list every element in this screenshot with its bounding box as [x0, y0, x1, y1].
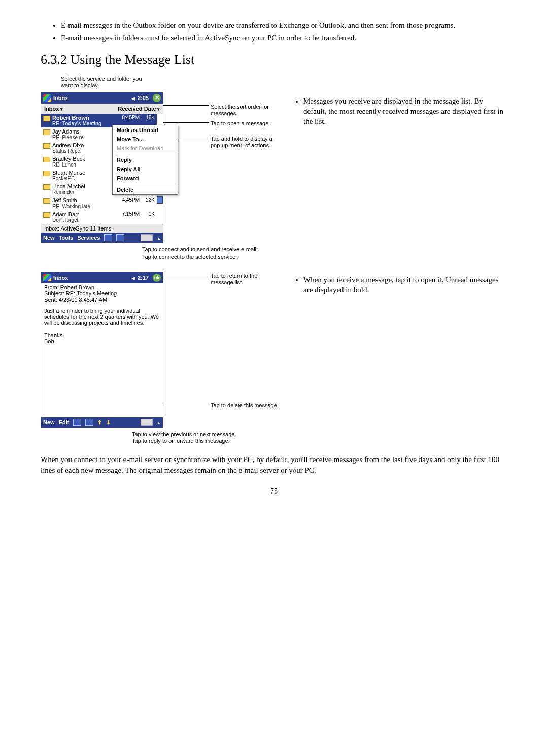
sip-up-icon[interactable]: [157, 419, 161, 425]
intro-bullets: E-mail messages in the Outbox folder on …: [61, 20, 507, 43]
titlebar: Inbox 2:05 ✕: [41, 92, 163, 104]
callout-prev-next: Tap to view the previous or next message…: [132, 431, 274, 438]
figure-1-description: Messages you receive are displayed in th…: [294, 96, 507, 127]
close-icon[interactable]: ✕: [153, 94, 161, 102]
volume-icon[interactable]: [131, 95, 135, 101]
app-title: Inbox: [53, 95, 129, 101]
figure-2-description: When you receive a message, tap it to op…: [294, 275, 507, 295]
callout-connect-service: Tap to connect to the selected service.: [142, 254, 274, 260]
envelope-icon: [43, 157, 50, 162]
folder-dropdown[interactable]: Inbox: [44, 106, 63, 112]
clock: 2:05: [138, 95, 149, 101]
figure-1-row: Select the service and folder you want t…: [41, 76, 507, 262]
keyboard-icon[interactable]: [141, 234, 153, 241]
keyboard-icon[interactable]: [141, 419, 153, 426]
cmd-edit[interactable]: Edit: [59, 419, 70, 425]
callout-connect-send: Tap to connect and to send and receive e…: [142, 246, 274, 253]
size: 16K: [142, 115, 155, 120]
device-inbox-list: Inbox 2:05 ✕ Inbox Received Date Robert …: [41, 92, 163, 243]
envelope-icon: [43, 116, 50, 121]
envelope-icon: [43, 171, 50, 176]
context-menu: Mark as Unread Move To... Mark for Downl…: [112, 125, 178, 195]
page-number: 75: [41, 487, 507, 496]
reply-icon[interactable]: [73, 419, 81, 426]
callout-delete-message: Tap to delete this message.: [211, 402, 287, 409]
scroll-down-icon[interactable]: [157, 196, 163, 204]
message-header: From: Robert Brown Subject: RE: Today's …: [41, 283, 163, 305]
command-bar: New Edit ⬆ ⬇: [41, 417, 163, 428]
intro-bullet-1: E-mail messages in the Outbox folder on …: [61, 20, 507, 30]
device-message-detail: Inbox 2:17 ok From: Robert Brown Subject…: [41, 272, 163, 428]
received-time: 8:45PM: [116, 115, 140, 120]
sip-up-icon[interactable]: [157, 235, 161, 241]
list-header: Inbox Received Date: [41, 104, 163, 114]
envelope-icon: [43, 198, 50, 204]
callout-return-list: Tap to return to the message list.: [211, 273, 277, 286]
figure-1-left: Select the service and folder you want t…: [41, 76, 274, 262]
delete-icon[interactable]: [85, 419, 93, 426]
body-p1: Just a reminder to bring your individual…: [44, 308, 160, 326]
callouts-below-1: Tap to connect and to send and receive e…: [142, 246, 274, 260]
menu-delete[interactable]: Delete: [113, 185, 178, 194]
cmd-new[interactable]: New: [43, 235, 55, 241]
ok-icon[interactable]: ok: [153, 274, 161, 282]
connect-icon[interactable]: [104, 234, 112, 241]
menu-reply-all[interactable]: Reply All: [113, 165, 178, 174]
body-p2: Thanks,: [44, 332, 160, 338]
send-receive-icon[interactable]: [116, 234, 124, 241]
envelope-icon: [43, 212, 50, 218]
clock: 2:17: [138, 275, 149, 281]
sort-dropdown[interactable]: Received Date: [118, 106, 160, 112]
intro-bullet-2: E-mail messages in folders must be selec…: [61, 32, 507, 43]
callout-open-message: Tap to open a message.: [211, 120, 277, 127]
figure-2-row: Inbox 2:17 ok From: Robert Brown Subject…: [41, 272, 507, 444]
prev-message-icon[interactable]: ⬆: [97, 419, 102, 426]
start-icon[interactable]: [43, 274, 51, 281]
envelope-icon: [43, 184, 50, 190]
hdr-subject: Subject: RE: Today's Meeting: [41, 290, 163, 297]
menu-mark-unread[interactable]: Mark as Unread: [113, 125, 178, 135]
status-bar: Inbox: ActiveSync 11 Items.: [41, 224, 163, 233]
closing-paragraph: When you connect to your e-mail server o…: [41, 454, 507, 475]
next-message-icon[interactable]: ⬇: [106, 419, 111, 426]
callouts-below-2: Tap to view the previous or next message…: [132, 431, 274, 444]
volume-icon[interactable]: [131, 275, 135, 281]
menu-move-to[interactable]: Move To...: [113, 135, 178, 144]
section-heading: 6.3.2 Using the Message List: [41, 52, 507, 68]
command-bar: New Tools Services: [41, 233, 163, 243]
message-row[interactable]: Jeff Smith RE: Working late 4:45PM 22K: [41, 196, 157, 210]
callout-reply-forward: Tap to reply to or forward this message.: [132, 438, 274, 444]
callout-select-service: Select the service and folder you want t…: [61, 76, 147, 89]
callout-hold-menu: Tap and hold to display a pop-up menu of…: [211, 136, 277, 149]
menu-forward[interactable]: Forward: [113, 174, 178, 183]
hdr-sent: Sent: 4/23/01 8:45:47 AM: [41, 297, 163, 303]
desc-bullet-1: Messages you receive are displayed in th…: [303, 96, 507, 127]
menu-reply[interactable]: Reply: [113, 155, 178, 165]
cmd-services[interactable]: Services: [77, 235, 100, 241]
message-body: Just a reminder to bring your individual…: [41, 305, 163, 417]
subject: RE: Today's Meeting: [52, 121, 114, 126]
message-row[interactable]: Adam Barr Don't forget 7:15PM 1K: [41, 210, 157, 224]
menu-mark-download: Mark for Download: [113, 144, 178, 153]
sender: Robert Brown: [52, 115, 114, 121]
cmd-new[interactable]: New: [43, 419, 55, 425]
cmd-tools[interactable]: Tools: [59, 235, 74, 241]
desc-bullet-2: When you receive a message, tap it to op…: [303, 275, 507, 295]
figure-2-left: Inbox 2:17 ok From: Robert Brown Subject…: [41, 272, 274, 444]
envelope-icon: [43, 143, 50, 149]
body-p3: Bob: [44, 338, 160, 344]
envelope-icon: [43, 129, 50, 135]
callout-sort-order: Select the sort order for messages.: [211, 104, 277, 117]
start-icon[interactable]: [43, 94, 51, 102]
hdr-from: From: Robert Brown: [41, 284, 163, 290]
titlebar: Inbox 2:17 ok: [41, 272, 163, 283]
app-title: Inbox: [53, 275, 129, 281]
